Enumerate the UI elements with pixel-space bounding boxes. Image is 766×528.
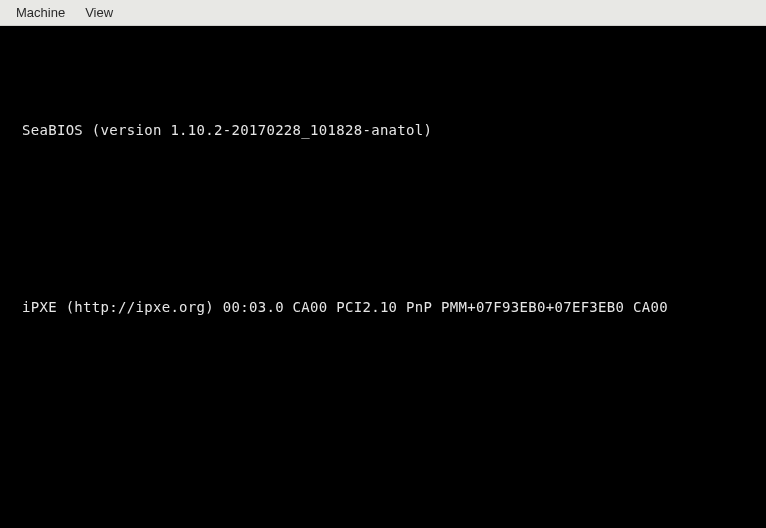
terminal-output: SeaBIOS (version 1.10.2-20170228_101828-… xyxy=(0,26,766,528)
terminal-line xyxy=(22,474,744,494)
menu-machine[interactable]: Machine xyxy=(6,1,75,24)
menu-view[interactable]: View xyxy=(75,1,123,24)
terminal-line xyxy=(22,180,744,200)
terminal-line xyxy=(22,415,744,435)
terminal-line xyxy=(22,356,744,376)
terminal-line: SeaBIOS (version 1.10.2-20170228_101828-… xyxy=(22,121,744,141)
terminal-line: iPXE (http://ipxe.org) 00:03.0 CA00 PCI2… xyxy=(22,298,744,318)
menubar: Machine View xyxy=(0,0,766,26)
terminal-line xyxy=(22,239,744,259)
